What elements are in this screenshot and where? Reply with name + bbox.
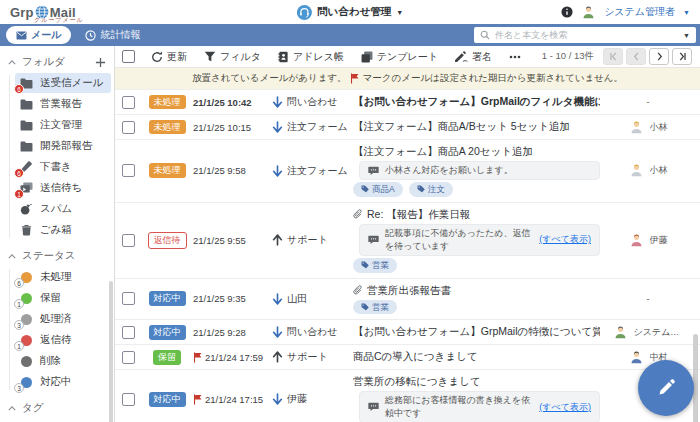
sidebar-folder-item[interactable]: 6 送受信メール <box>15 73 111 93</box>
mail-list-scrollbar[interactable] <box>693 334 698 422</box>
user-avatar[interactable] <box>581 5 596 20</box>
global-search-box[interactable]: ▼ <box>474 27 696 43</box>
app-menu-dropdown[interactable]: 問い合わせ管理 ▼ <box>297 5 403 20</box>
count-badge: 1 <box>14 189 24 199</box>
tab-mail[interactable]: メール <box>6 26 71 44</box>
toolbar-button[interactable]: 署名 <box>455 50 492 64</box>
sidebar-folder-item[interactable]: ごみ箱 <box>15 220 111 240</box>
tag-pill[interactable]: 営業 <box>353 300 397 315</box>
folder-icon-wrap <box>19 119 33 132</box>
no-assignee-dash: - <box>647 97 650 107</box>
sidebar-scrollbar[interactable] <box>109 281 113 422</box>
address-book-icon <box>278 51 289 63</box>
status-label: 未処理 <box>40 270 72 284</box>
comment-note: 総務部にお客様情報の書き換えを依頼中です (すべて表示) <box>359 391 600 422</box>
first-page-button[interactable] <box>603 48 623 65</box>
toolbar-button[interactable]: 更新 <box>151 50 187 64</box>
sidebar-folder-item[interactable]: 営業報告 <box>15 94 111 114</box>
toolbar-button[interactable] <box>509 55 521 59</box>
tag-icon <box>361 185 369 193</box>
tags-section-header[interactable]: タグ <box>0 396 114 419</box>
tag-pill[interactable]: 注文 <box>409 182 453 197</box>
status-section-header[interactable]: ステータス <box>0 244 114 267</box>
folders-section-header[interactable]: フォルダ <box>0 50 114 73</box>
clock-icon <box>85 30 96 41</box>
folder-label: 送受信メール <box>40 76 104 90</box>
sidebar-status-item[interactable]: 削除 <box>15 351 111 371</box>
mail-subject: 商品Cの導入につきまして <box>353 350 478 364</box>
tag-pill[interactable]: 商品A <box>353 182 403 197</box>
speech-bubble-icon <box>368 166 379 176</box>
row-checkbox[interactable] <box>122 96 135 109</box>
assignee-name: 小林 <box>650 121 668 134</box>
mail-date: 21/1/25 9:28 <box>193 327 246 338</box>
show-all-link[interactable]: (すべて表示) <box>539 401 591 414</box>
row-checkbox[interactable] <box>122 234 135 247</box>
compose-fab[interactable] <box>638 360 694 416</box>
status-dot-wrap: 1 <box>19 334 33 347</box>
assignee-name: 伊藤 <box>650 234 668 247</box>
sidebar-folder-item[interactable]: 6 下書き <box>15 157 111 177</box>
arrow-down-icon <box>269 165 285 177</box>
row-checkbox[interactable] <box>122 121 135 134</box>
row-checkbox[interactable] <box>122 292 135 305</box>
mail-list: 未処理 21/1/25 10:42 問い合わせ 【お問い合わせフォーム】GrpM… <box>115 90 700 422</box>
toolbar-button[interactable]: アドレス帳 <box>278 50 344 64</box>
row-checkbox[interactable] <box>122 326 135 339</box>
sidebar-folder-item[interactable]: スパム <box>15 199 111 219</box>
tag-pill[interactable]: 営業 <box>353 258 397 273</box>
sidebar-status-item[interactable]: 3 対応中 <box>15 372 111 392</box>
select-all-checkbox[interactable] <box>122 50 135 63</box>
assignee-cell: 伊藤 <box>606 233 690 248</box>
toolbar-button[interactable]: テンプレート <box>361 50 438 64</box>
mail-row[interactable]: 対応中 21/1/25 9:35 山田 営業所出張報告書 営業 - <box>115 279 700 321</box>
sidebar-status-item[interactable]: 1 保留 <box>15 288 111 308</box>
folder-label: スパム <box>40 202 72 216</box>
row-checkbox[interactable] <box>122 164 135 177</box>
chevron-down-icon[interactable]: ▼ <box>683 32 690 39</box>
prev-page-button[interactable] <box>626 48 646 65</box>
row-checkbox[interactable] <box>122 393 135 406</box>
mail-row[interactable]: 保留 21/1/24 17:59 サポート 商品Cの導入につきまして 中村 <box>115 345 700 370</box>
assignee-cell: 小林 <box>606 163 690 178</box>
template-icon <box>361 51 373 63</box>
last-page-button[interactable] <box>672 48 692 65</box>
toolbar-button-label: アドレス帳 <box>293 50 344 64</box>
toolbar-button[interactable]: フィルタ <box>204 50 261 64</box>
mail-row[interactable]: 未処理 21/1/25 9:58 注文フォーム 【注文フォーム】商品A 20セッ… <box>115 140 700 203</box>
sidebar-folder-item[interactable]: 開発部報告 <box>15 136 111 156</box>
mail-from: 問い合わせ <box>287 95 353 109</box>
sidebar-status-item[interactable]: 3 処理済 <box>15 309 111 329</box>
sidebar-status-item[interactable]: 6 未処理 <box>15 267 111 287</box>
folder-icon-wrap <box>19 98 33 111</box>
global-search-input[interactable] <box>495 30 678 40</box>
mail-row[interactable]: 未処理 21/1/25 10:15 注文フォーム 【注文フォーム】商品A/Bセッ… <box>115 115 700 140</box>
add-folder-icon[interactable] <box>95 57 106 68</box>
mail-row[interactable]: 未処理 21/1/25 10:42 問い合わせ 【お問い合わせフォーム】GrpM… <box>115 90 700 115</box>
sidebar-folder-item[interactable]: 1 送信待ち <box>15 178 111 198</box>
tag-list: 営業 <box>353 300 600 315</box>
folder-label: 開発部報告 <box>40 139 93 153</box>
mail-from: サポート <box>287 233 353 247</box>
chevron-down-icon[interactable]: ▼ <box>683 9 690 16</box>
info-icon[interactable] <box>561 6 573 18</box>
folder-icon-wrap <box>19 203 33 216</box>
content-area: フォルダ 6 送受信メール 営業報告 注文管理 開発部報告 6 下 <box>0 46 700 422</box>
sidebar-status-item[interactable]: 1 返信待 <box>15 330 111 350</box>
filter-icon <box>204 51 216 62</box>
status-badge-col: 対応中 <box>145 325 189 340</box>
row-checkbox[interactable] <box>122 351 135 364</box>
date-cell: 21/1/25 10:42 <box>193 97 267 108</box>
show-all-link[interactable]: (すべて表示) <box>539 233 591 246</box>
mail-row[interactable]: 対応中 21/1/24 17:15 伊藤 営業所の移転につきまして 総務部にお客… <box>115 370 700 422</box>
user-name[interactable]: システム管理者 <box>604 5 675 19</box>
count-badge: 3 <box>14 320 24 330</box>
mail-row[interactable]: 返信待 21/1/25 9:55 サポート Re: 【報告】作業日報 記載事項に… <box>115 203 700 279</box>
subject-col: 【お問い合わせフォーム】GrpMailの特徴について質問があります <box>353 323 606 341</box>
next-page-button[interactable] <box>649 48 669 65</box>
folder-label: 下書き <box>40 160 72 174</box>
mail-row[interactable]: 対応中 21/1/25 9:28 問い合わせ 【お問い合わせフォーム】GrpMa… <box>115 320 700 345</box>
chevron-up-icon <box>8 406 16 411</box>
tab-stats[interactable]: 統計情報 <box>85 28 140 42</box>
sidebar-folder-item[interactable]: 注文管理 <box>15 115 111 135</box>
